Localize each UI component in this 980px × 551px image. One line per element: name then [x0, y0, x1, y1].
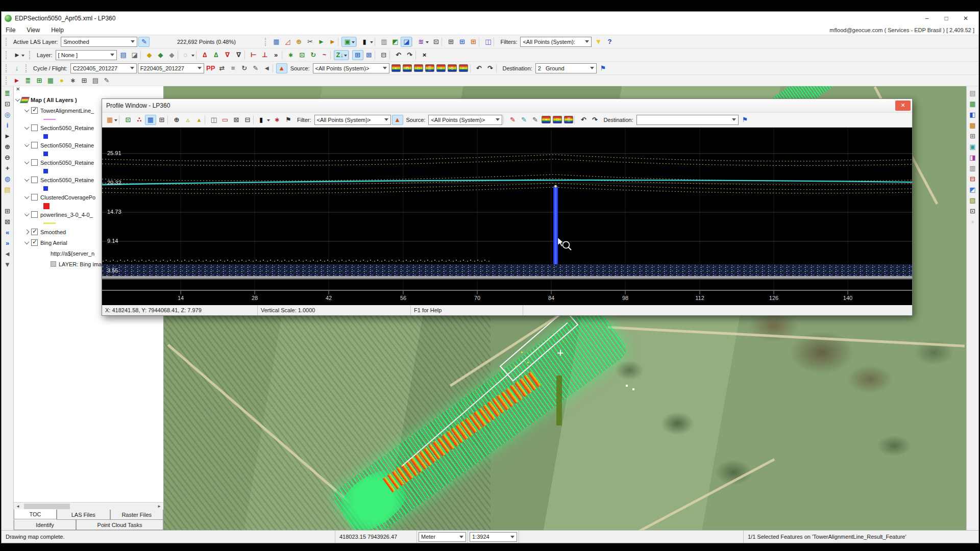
green-table-icon[interactable]: ⊡ [122, 115, 134, 125]
prev-extent-icon[interactable]: « [3, 228, 13, 237]
menu-view[interactable]: View [27, 27, 40, 34]
dock-rows-icon[interactable]: ▥ [968, 163, 978, 173]
layer-combo[interactable]: [ None ] [56, 50, 117, 60]
classify-run-icon[interactable]: ► [315, 37, 327, 47]
vertex-insert-icon[interactable]: ∆ [200, 50, 211, 60]
tab-identify[interactable]: Identify [14, 520, 76, 530]
extent-icon[interactable]: ▭ [219, 115, 231, 125]
tree-expand-icon[interactable] [23, 126, 30, 130]
find-icon[interactable]: ◎ [3, 110, 13, 119]
tin-icon[interactable]: ◩ [389, 37, 401, 47]
filters-combo[interactable]: <All Points (System): [520, 37, 592, 47]
surface-icon[interactable]: ◪ [401, 37, 412, 47]
add-files-icon[interactable]: ◆ [166, 50, 178, 60]
edit-tool-icon[interactable]: ✎ [101, 76, 112, 86]
flag-point-icon[interactable]: ⚑ [283, 115, 294, 125]
scale-combo[interactable]: 1:3924 [470, 532, 517, 542]
point-grid-icon[interactable]: ▦ [271, 37, 282, 47]
pp-icon[interactable]: PP [205, 63, 216, 73]
layer-checkbox[interactable] [31, 142, 38, 148]
undo-icon[interactable]: ↶ [393, 50, 404, 60]
attr-table-icon[interactable]: ⊞ [352, 50, 363, 60]
select-features-icon[interactable]: ► [3, 131, 13, 141]
undo-profile-icon[interactable]: ↶ [578, 115, 589, 125]
tab-point-cloud-tasks[interactable]: Point Cloud Tasks [76, 520, 163, 530]
colorize-icon[interactable]: ▲ [276, 63, 287, 73]
classify-poly-icon[interactable]: ▒ [425, 64, 434, 72]
delete-icon[interactable]: ◪ [129, 50, 140, 60]
layer-checkbox[interactable] [31, 107, 38, 114]
edit-dark-icon[interactable]: ✎ [529, 115, 541, 125]
wrench-tool-icon[interactable]: ∗ [67, 76, 79, 86]
download-icon[interactable]: ↓ [11, 63, 22, 73]
window-mode-icon[interactable]: ◫ [208, 115, 219, 125]
layer-checkbox[interactable] [31, 124, 38, 131]
paint-poly-icon[interactable]: ▒ [564, 116, 573, 123]
classify-fast-icon[interactable]: ► [327, 37, 338, 47]
layer-checkbox[interactable] [31, 211, 38, 218]
scroll-right-icon[interactable]: ► [155, 504, 163, 509]
edit-teal-icon[interactable]: ✎ [518, 115, 529, 125]
layer-checkbox[interactable] [31, 159, 38, 166]
dock-nav-icon[interactable]: ◩ [968, 185, 978, 194]
snap-path-icon[interactable]: ~ [319, 50, 330, 60]
redo-icon[interactable]: ↷ [404, 50, 415, 60]
fixed-grid-icon[interactable]: ▦ [145, 115, 156, 125]
refresh-icon[interactable]: ↻ [239, 63, 250, 73]
dock-teal-icon[interactable]: ▣ [968, 142, 978, 152]
cell-tool-icon[interactable]: ▦ [45, 76, 56, 86]
layers-tool-icon[interactable]: ≣ [22, 76, 34, 86]
grid-view-icon[interactable]: ⊞ [3, 206, 13, 216]
menu-file[interactable]: File [6, 27, 15, 34]
join-line-icon[interactable]: ⊥ [259, 50, 271, 60]
dock-table-icon[interactable]: ▤ [968, 88, 978, 98]
profile-filter-combo[interactable]: <All Points (System)> [314, 115, 391, 125]
table-icon[interactable]: ⊞ [445, 37, 456, 47]
tree-expand-icon[interactable] [23, 161, 30, 164]
menu-help[interactable]: Help [51, 27, 64, 34]
toc-layers-icon[interactable]: ≣ [3, 88, 13, 98]
pan-icon[interactable]: + [3, 163, 13, 173]
dock-more-icon[interactable]: ▫ [968, 217, 978, 227]
tree-expand-icon[interactable] [23, 178, 30, 182]
import-files-icon[interactable]: ◆ [144, 50, 155, 60]
redo-profile-icon[interactable]: ↷ [589, 115, 600, 125]
display-mode-icon[interactable]: ▮ [360, 37, 375, 47]
verify-files-icon[interactable]: ◆ [155, 50, 166, 60]
grid-tool-icon[interactable]: ⊞ [79, 76, 90, 86]
save-icon[interactable]: ▤ [118, 50, 129, 60]
source-combo[interactable]: <All Points (System)> [313, 63, 389, 73]
cycle-combo[interactable]: C220405_201227 [70, 63, 137, 73]
edit-box-icon[interactable]: ✎ [250, 63, 261, 73]
dock-red-icon[interactable]: ⊟ [968, 174, 978, 184]
classify-line-icon[interactable]: ◇ [448, 64, 457, 72]
snap-grid-icon[interactable]: ⊡ [297, 50, 308, 60]
profile-close-button[interactable]: ✕ [895, 101, 911, 111]
max-elev-icon[interactable]: ▴ [193, 115, 205, 125]
paint-all-icon[interactable]: ▪ [542, 116, 551, 123]
profile-destination-combo[interactable] [636, 115, 739, 125]
maximize-button[interactable]: □ [937, 12, 956, 24]
profile-source-combo[interactable]: <All Points (System)> [428, 115, 502, 125]
close-edit-icon[interactable]: × [419, 50, 430, 60]
notes-icon[interactable]: ▤ [3, 185, 13, 194]
dock-blue-icon[interactable]: ◧ [968, 110, 978, 119]
color-by-class-icon[interactable]: ▲ [392, 115, 403, 125]
flight-combo[interactable]: F220405_201227 [138, 63, 204, 73]
lasso-icon[interactable]: ◌ [181, 50, 196, 60]
color-source-icon[interactable]: ▦ [104, 115, 119, 125]
filter-funnel-icon[interactable]: ▼ [593, 37, 604, 47]
tree-expand-icon[interactable] [23, 230, 30, 234]
more-tools-icon[interactable]: » [271, 50, 282, 60]
vertex-move-icon[interactable]: ∇ [233, 50, 244, 60]
tree-expand-icon[interactable] [23, 195, 30, 199]
edit-select-icon[interactable]: ► [11, 50, 26, 60]
dock-purple-icon[interactable]: ◨ [968, 153, 978, 162]
world-icon[interactable]: ◍ [3, 174, 13, 184]
dock-grid-icon[interactable]: ⊞ [968, 131, 978, 141]
dock-orange-icon[interactable]: ▩ [968, 120, 978, 130]
layer-checkbox[interactable] [31, 239, 38, 246]
list-icon[interactable]: ≡ [228, 63, 239, 73]
destination-combo[interactable]: 2 Ground [535, 63, 597, 73]
chevron-down-icon[interactable] [14, 98, 21, 102]
